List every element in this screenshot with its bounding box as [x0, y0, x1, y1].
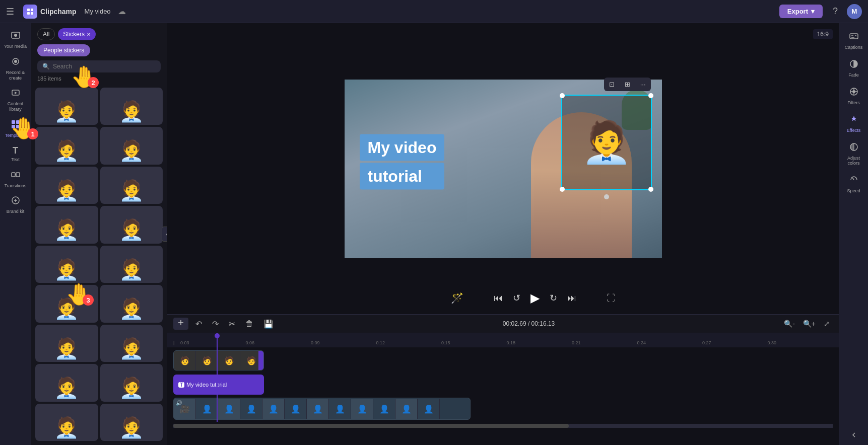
export-button[interactable]: Export ▾: [779, 5, 823, 18]
video-text-overlay: My video tutorial: [360, 134, 445, 192]
sidebar-item-text[interactable]: T Text: [2, 142, 30, 166]
timeline-scrollbar[interactable]: [173, 424, 833, 428]
cut-button[interactable]: ✂: [226, 318, 238, 330]
fit-timeline-button[interactable]: ⤢: [821, 319, 833, 329]
filter-all-chip[interactable]: All: [37, 28, 55, 40]
svg-rect-13: [12, 173, 15, 177]
sticker-item-2[interactable]: 🧑‍💼 "Happy annivers...": [100, 88, 163, 125]
video-canvas[interactable]: My video tutorial 🧑‍💼 ⊡ ⊞: [345, 80, 662, 258]
sticker-item-16[interactable]: 🧑‍💼 "Welcome" ASL ...: [100, 364, 163, 401]
sticker-clip[interactable]: 🧑 🧑 🧑 🧑: [173, 350, 264, 370]
sticker-item-14[interactable]: 🧑‍💼 "Welcome" ASL ...: [100, 325, 163, 362]
resize-handle-tr[interactable]: [648, 93, 653, 98]
people-stickers-button[interactable]: People stickers: [37, 44, 90, 56]
sticker-figure-5: 🧑‍💼: [54, 179, 79, 202]
right-sidebar-item-adjust-colors[interactable]: Adjust colors: [840, 138, 867, 170]
sticker-item-8[interactable]: 🧑‍💼 "I love you" ASL ...: [100, 206, 163, 243]
sticker-item-17[interactable]: 🧑‍💼 "Don't forget to ...": [35, 404, 98, 441]
fullscreen-icon[interactable]: ⛶: [607, 293, 616, 304]
search-input[interactable]: [53, 63, 156, 70]
magic-wand-icon[interactable]: 🪄: [451, 292, 463, 304]
right-sidebar-item-speed[interactable]: Speed: [840, 171, 867, 197]
zoom-in-button[interactable]: 🔍+: [800, 319, 819, 329]
sticker-item-4[interactable]: 🧑‍💼 "Happy birthday,...": [100, 127, 163, 164]
timeline-playhead[interactable]: [217, 333, 218, 422]
play-pause-button[interactable]: ▶: [530, 291, 540, 305]
fast-forward-button[interactable]: ↻: [550, 292, 557, 304]
right-sidebar-item-captions[interactable]: Captions: [840, 27, 867, 54]
right-sidebar-item-effects[interactable]: Effects: [840, 110, 867, 137]
undo-button[interactable]: ↶: [192, 318, 205, 330]
timeline-scroll-thumb[interactable]: [173, 424, 569, 428]
filter-chips: All Stickers ✕: [37, 28, 161, 40]
sticker-item-13[interactable]: 🧑‍💼 "Welcome" ASL ...: [35, 325, 98, 362]
video-title[interactable]: My video: [85, 8, 111, 15]
speed-label: Speed: [847, 188, 860, 193]
main-video-thumb-11: 👤: [395, 399, 418, 419]
clip-thumb-3: 🧑: [218, 350, 240, 370]
delete-button[interactable]: 🗑: [242, 318, 256, 329]
sticker-figure-15: 🧑‍💼: [54, 376, 79, 400]
sticker-crop-button[interactable]: ⊡: [604, 78, 620, 91]
help-icon[interactable]: ?: [833, 6, 838, 17]
skip-forward-button[interactable]: ⏭: [567, 293, 576, 304]
panel-collapse-button[interactable]: ‹: [162, 227, 167, 242]
sticker-item-7[interactable]: 🧑‍💼 "I love you" ASL ...: [35, 206, 98, 243]
filter-stickers-chip[interactable]: Stickers ✕: [58, 28, 96, 40]
hamburger-icon[interactable]: ☰: [6, 6, 14, 17]
sticker-item-15[interactable]: 🧑‍💼 "Welcome" ASL ...: [35, 364, 98, 401]
sidebar-item-record[interactable]: Record & create: [2, 53, 30, 84]
rewind-button[interactable]: ↺: [513, 292, 520, 304]
resize-handle-br[interactable]: [648, 187, 653, 192]
svg-rect-3: [31, 12, 33, 15]
right-sidebar-item-filters[interactable]: Filters: [840, 83, 867, 109]
sidebar-item-content-library[interactable]: Content library: [2, 85, 30, 115]
text-label: Text: [11, 157, 20, 163]
sticker-track: 🧑 🧑 🧑 🧑: [173, 349, 833, 372]
main-video-thumb-4: 👤: [240, 399, 262, 419]
text-clip[interactable]: T My video tutorial: [173, 375, 264, 395]
sticker-item-10[interactable]: 🧑‍💼 "Turn on caption...": [100, 246, 163, 283]
sticker-item-3[interactable]: 🧑‍💼 "Happy birthday,...": [35, 127, 98, 164]
filters-label: Filters: [847, 100, 860, 105]
timeline-time-display: 00:02.69 / 00:16.13: [281, 320, 777, 327]
sticker-figure-12: 🧑‍💼: [119, 297, 144, 321]
add-media-button[interactable]: [173, 318, 188, 330]
center-area: 16:9 My video tutorial: [167, 23, 839, 445]
brand-kit-icon: [11, 195, 21, 208]
sidebar-item-brand-kit[interactable]: Brand kit: [2, 192, 30, 217]
filter-all-label: All: [43, 31, 49, 38]
rotate-handle[interactable]: [604, 194, 609, 199]
right-sidebar-item-fade[interactable]: Fade: [840, 55, 867, 82]
sticker-item-12[interactable]: 🧑‍💼 "Turn on caption...": [100, 285, 163, 322]
sticker-figure-11: 🧑‍💼: [54, 297, 79, 321]
zoom-out-button[interactable]: 🔍-: [781, 319, 798, 329]
redo-button[interactable]: ↷: [209, 318, 222, 330]
sticker-figure-17: 🧑‍💼: [54, 416, 79, 439]
sticker-item-18[interactable]: 🧑‍💼 "Don't forget to ...": [100, 404, 163, 441]
panel-header: All Stickers ✕ People stickers 🔍 185 ite…: [31, 23, 167, 88]
main-video-clip[interactable]: 🎥 👤 👤 👤 👤 👤 👤 👤 👤 👤 👤: [173, 398, 471, 420]
skip-back-button[interactable]: ⏮: [494, 293, 503, 304]
sticker-item-11[interactable]: 🧑‍💼 "Turn on caption...": [35, 285, 98, 322]
sticker-figure-13: 🧑‍💼: [54, 337, 79, 360]
sticker-item-1[interactable]: 🧑‍💼 "Happy annivers...": [35, 88, 98, 125]
sidebar-item-transitions[interactable]: Transitions: [2, 167, 30, 192]
sticker-item-5[interactable]: 🧑‍💼 "Happy birthday,...": [35, 167, 98, 204]
sticker-item-6[interactable]: 🧑‍💼 "Happy birthday,...": [100, 167, 163, 204]
sticker-more-button[interactable]: ···: [635, 78, 651, 91]
sticker-item-9[interactable]: 🧑‍💼 "I love you" ASL ...: [35, 246, 98, 283]
sticker-overlay[interactable]: 🧑‍💼 ⊡ ⊞ ···: [561, 95, 652, 190]
sticker-thumb-16: 🧑‍💼: [100, 364, 163, 401]
resize-handle-tl[interactable]: [560, 93, 565, 98]
right-sidebar-collapse[interactable]: [850, 431, 858, 441]
save-button[interactable]: 💾: [260, 318, 277, 330]
sidebar-item-templates[interactable]: Templates: [2, 116, 30, 141]
resize-handle-bl[interactable]: [560, 187, 565, 192]
sticker-resize-button[interactable]: ⊞: [620, 78, 635, 91]
user-avatar[interactable]: M: [847, 4, 862, 19]
content-library-icon: [11, 88, 21, 100]
timeline-toolbar: ↶ ↷ ✂ 🗑 💾 00:02.69 / 00:16.13 🔍- 🔍+ ⤢: [167, 315, 839, 333]
sidebar-item-your-media[interactable]: Your media: [2, 27, 30, 52]
filter-stickers-close-icon[interactable]: ✕: [87, 32, 91, 37]
